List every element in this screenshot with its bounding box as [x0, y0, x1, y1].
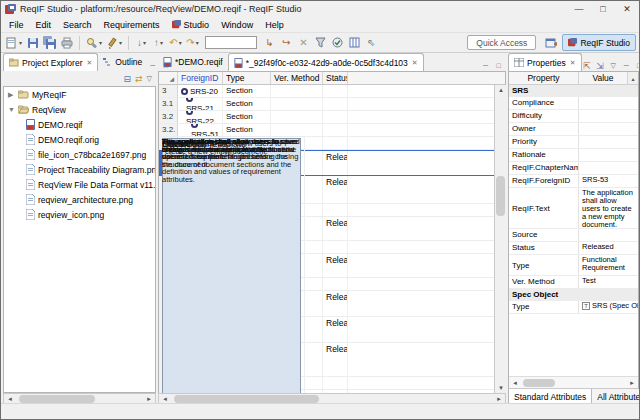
column-header-status[interactable]: Status — [323, 72, 348, 84]
menu-studio[interactable]: Studio — [166, 19, 216, 31]
tab-spec-document[interactable]: *_92f49f0c-e032-42d9-a0de-0c5df3c4d103✕ — [228, 53, 424, 71]
print-button[interactable] — [58, 34, 75, 51]
link-with-editor-icon[interactable]: ⇄ — [135, 74, 143, 84]
property-row-text[interactable]: ReqIF.TextThe application shall allow us… — [509, 188, 638, 229]
property-row-owner[interactable]: Owner — [509, 123, 638, 136]
next-annotation-button[interactable]: ↓▾ — [133, 34, 150, 51]
delete-button[interactable]: ✕ — [295, 34, 312, 51]
property-row-foreignid[interactable]: ReqIF.ForeignIDSRS-53 — [509, 175, 638, 188]
project-explorer-toolbar: ⊟ ⇄ ▽ — [3, 71, 156, 86]
link-button[interactable]: ⇖ — [363, 34, 380, 51]
menu-edit[interactable]: Edit — [30, 19, 58, 31]
view-maximize-icon[interactable]: □ — [634, 60, 640, 71]
close-icon[interactable]: ✕ — [86, 59, 92, 67]
forward-button[interactable]: ↷▾ — [184, 34, 201, 51]
close-icon[interactable]: ✕ — [570, 59, 576, 67]
project-explorer-icon — [9, 58, 19, 67]
column-header-foreignid[interactable]: ForeignID — [178, 72, 223, 84]
validate-button[interactable] — [329, 34, 346, 51]
editor-vertical-scrollbar[interactable]: ▴ ▾ — [494, 85, 506, 393]
menu-requirements[interactable]: Requirements — [98, 19, 166, 31]
properties-horizontal-scrollbar[interactable]: ◂ ▸ — [509, 376, 638, 388]
search-button[interactable]: ▾ — [84, 34, 104, 51]
save-all-button[interactable] — [41, 34, 58, 51]
scroll-down-icon[interactable]: ▾ — [495, 383, 507, 393]
scroll-left-icon[interactable]: ◂ — [509, 378, 521, 388]
table-row-srs-51[interactable]: 3.2. SRS-51 Section File Operations — [159, 124, 494, 137]
back-button[interactable]: ↶▾ — [167, 34, 184, 51]
collapse-all-icon[interactable]: ⊟ — [124, 74, 132, 84]
tab-demo-reqif[interactable]: *DEMO.reqif — [158, 53, 228, 71]
editor-maximize-icon[interactable]: □ — [493, 60, 504, 71]
tree-item-reqview[interactable]: ▼ ReqView — [4, 102, 155, 117]
toolbar-search-input[interactable] — [205, 36, 257, 49]
property-row-spec-object-type[interactable]: Type TSRS (Spec Object Type) — [509, 301, 638, 314]
property-row-compliance[interactable]: Compliance — [509, 97, 638, 110]
tab-all-attributes[interactable]: All Attributes — [591, 389, 640, 404]
close-button[interactable]: ✕ — [615, 1, 639, 17]
add-spec-object-button[interactable]: ↳ — [261, 34, 278, 51]
tab-outline[interactable]: Outline — [98, 53, 147, 71]
annotate-button[interactable]: ▾ — [104, 34, 124, 51]
tree-item-demo-reqif-orig[interactable]: DEMO.reqif.orig — [4, 132, 155, 147]
spec-object-icon — [181, 88, 188, 95]
table-row-srs-21[interactable]: 3.1 SRS-21 Section External interfaces — [159, 98, 494, 111]
property-row-priority[interactable]: Priority — [509, 136, 638, 149]
tab-properties[interactable]: Properties✕ — [508, 53, 582, 71]
minimize-button[interactable]: ― — [567, 1, 591, 17]
menu-help[interactable]: Help — [259, 19, 290, 31]
previous-annotation-button[interactable]: ↑▾ — [150, 34, 167, 51]
tree-item-traceability-png[interactable]: Project Traceability Diagram.png — [4, 162, 155, 177]
columns-button[interactable] — [346, 34, 363, 51]
quick-access-button[interactable]: Quick Access — [467, 35, 536, 50]
property-row-difficulty[interactable]: Difficulty — [509, 110, 638, 123]
expand-arrow-icon[interactable]: ▶ — [8, 91, 15, 99]
view-minimize-icon[interactable]: ─ — [621, 60, 632, 71]
column-header-ver-method[interactable]: Ver. Method — [271, 72, 323, 84]
table-row-srs-22[interactable]: 3.2 SRS-22 Section Functions — [159, 111, 494, 124]
reqif-studio-icon — [568, 38, 577, 47]
editor-minimize-icon[interactable]: ─ — [480, 60, 491, 71]
tree-item-myreqif[interactable]: ▶ MyReqIF — [4, 87, 155, 102]
scroll-up-icon[interactable]: ▴ — [628, 72, 638, 84]
column-header-property[interactable]: Property — [509, 72, 579, 84]
property-row-ver-method[interactable]: Ver. MethodTest — [509, 276, 638, 289]
scroll-up-icon[interactable]: ▴ — [495, 85, 507, 95]
property-group-spec-object[interactable]: Spec Object — [509, 289, 638, 301]
view-menu-icon[interactable]: ▽ — [608, 60, 619, 71]
view-minimize-icon[interactable]: ─ — [147, 60, 158, 71]
tab-standard-attributes[interactable]: Standard Attributes — [509, 389, 591, 404]
tree-item-reqview-icon-png[interactable]: reqview_icon.png — [4, 207, 155, 222]
tab-project-explorer[interactable]: Project Explorer✕ — [3, 53, 98, 71]
new-properties-view-icon[interactable]: ⇱ — [582, 60, 593, 71]
column-header-row-number[interactable]: ◢ — [159, 72, 178, 84]
filter-button[interactable] — [312, 34, 329, 51]
property-row-status[interactable]: StatusReleased — [509, 242, 638, 255]
pin-view-icon[interactable]: ⇲ — [595, 60, 606, 71]
view-menu-icon[interactable]: ▽ — [147, 75, 152, 83]
save-button[interactable] — [24, 34, 41, 51]
property-row-rationale[interactable]: Rationale — [509, 149, 638, 162]
menu-window[interactable]: Window — [215, 19, 259, 31]
column-header-value[interactable]: Value — [579, 72, 628, 84]
property-row-type[interactable]: TypeFunctional Requirement — [509, 255, 638, 276]
property-row-source[interactable]: Source — [509, 229, 638, 242]
menu-search[interactable]: Search — [57, 19, 98, 31]
add-child-spec-object-button[interactable]: ↪ — [278, 34, 295, 51]
close-icon[interactable]: ✕ — [412, 59, 418, 67]
property-row-chaptername[interactable]: ReqIF.ChapterName — [509, 162, 638, 175]
new-wizard-button[interactable]: ▾ — [4, 34, 24, 51]
tree-item-demo-reqif[interactable]: DEMO.reqif — [4, 117, 155, 132]
table-row-srs-20[interactable]: 3 SRS-20 Section Requirements — [159, 85, 494, 98]
perspective-reqif-studio[interactable]: ReqIF Studio — [562, 34, 636, 51]
column-header-type[interactable]: Type — [223, 72, 271, 84]
menu-file[interactable]: File — [3, 19, 30, 31]
tree-item-architecture-png[interactable]: reqview_architecture.png — [4, 192, 155, 207]
open-perspective-button[interactable] — [542, 34, 559, 51]
tree-item-file-icon-png[interactable]: file_icon_c78bca2e1697.png — [4, 147, 155, 162]
collapse-arrow-icon[interactable]: ▼ — [8, 106, 15, 113]
maximize-button[interactable]: □ — [591, 1, 615, 17]
scroll-right-icon[interactable]: ▸ — [626, 378, 638, 388]
property-group-srs[interactable]: SRS — [509, 85, 638, 97]
tree-item-file-format-pdf[interactable]: ReqView File Data Format v11.pdf — [4, 177, 155, 192]
